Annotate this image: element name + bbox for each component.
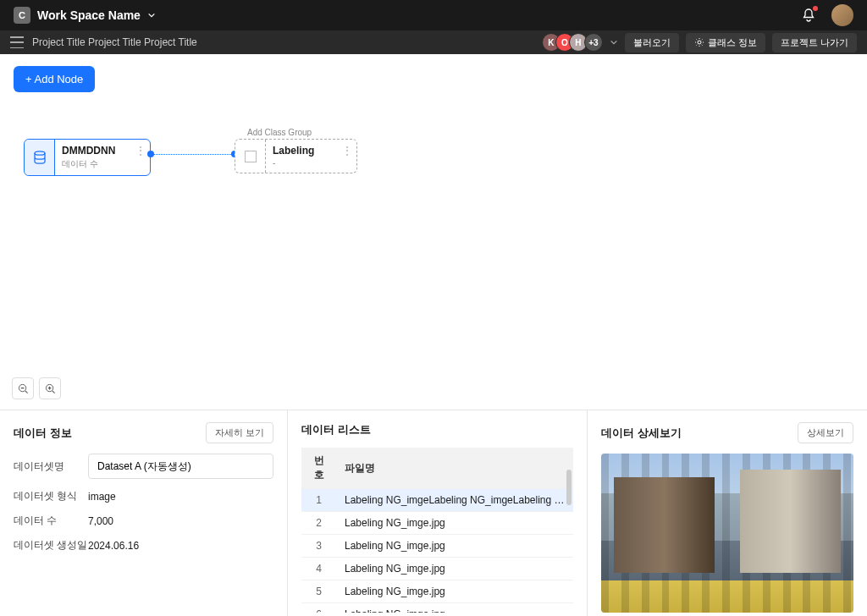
panel-title: 데이터 상세보기 [601,426,682,441]
table-row[interactable]: 4Labeling NG_imge.jpg [301,558,573,580]
project-title: Project Title Project Title Project Titl… [32,36,197,48]
data-info-panel: 데이터 정보 자세히 보기 데이터셋명 데이터셋 형식 image 데이터 수 … [0,410,288,616]
class-info-button[interactable]: 클래스 정보 [686,33,765,52]
row-file: Labeling NG_imge.jpg [336,512,573,535]
dataset-name-label: 데이터셋명 [14,459,88,474]
table-row[interactable]: 6Labeling NG_imge.jpg [301,603,573,613]
detail-button[interactable]: 자세히 보기 [206,422,273,443]
class-info-label: 클래스 정보 [708,36,757,49]
more-icon[interactable]: ⋮ [342,145,351,157]
more-icon[interactable]: ⋮ [135,145,145,157]
row-no: 2 [301,512,336,535]
menu-icon[interactable] [10,36,24,48]
data-count-label: 데이터 수 [14,514,88,528]
leave-project-button[interactable]: 프로젝트 나가기 [772,33,857,52]
created-date-label: 데이터셋 생성일 [14,538,88,553]
data-list-table: 번호 파일명 1Labeling NG_imgeLabeling NG_imge… [301,448,573,613]
preview-image[interactable] [601,454,853,613]
row-no: 6 [301,603,336,613]
workspace-name: Work Space Name [37,8,141,22]
collaborator-avatars[interactable]: K O H +3 [547,33,603,52]
notification-icon[interactable] [801,8,816,23]
chevron-down-icon[interactable] [610,38,618,47]
node-subtitle: - [273,158,350,168]
panel-title: 데이터 정보 [14,426,72,441]
detail-view-button[interactable]: 상세보기 [798,422,853,443]
dataset-name-input[interactable] [88,454,273,479]
table-row[interactable]: 3Labeling NG_imge.jpg [301,535,573,558]
table-row[interactable]: 1Labeling NG_imgeLabeling NG_imgeLabelin… [301,489,573,512]
zoom-in-button[interactable] [39,377,61,399]
table-row[interactable]: 2Labeling NG_imge.jpg [301,512,573,535]
data-list-panel: 데이터 리스트 번호 파일명 1Labeling NG_imgeLabeling… [288,410,588,616]
row-no: 5 [301,580,336,603]
workspace-selector[interactable]: C Work Space Name [14,7,156,24]
row-no: 1 [301,489,336,512]
row-no: 4 [301,558,336,580]
import-button[interactable]: 불러오기 [625,33,679,52]
dataset-type-value: image [88,491,273,503]
row-file: Labeling NG_imge.jpg [336,558,573,580]
col-file: 파일명 [336,448,573,489]
user-avatar[interactable] [831,4,853,26]
zoom-out-button[interactable] [12,377,34,399]
row-file: Labeling NG_imge.jpg [336,603,573,613]
avatar-more: +3 [584,33,603,52]
add-node-button[interactable]: + Add Node [14,66,95,92]
svg-point-0 [698,41,701,44]
row-file: Labeling NG_imgeLabeling NG_imgeLabeling… [336,489,573,512]
workspace-badge: C [14,7,30,24]
node-title: Labeling [273,145,350,157]
scrollbar[interactable] [566,470,572,505]
labeling-node[interactable]: Add Class Group Labeling - ⋮ [235,139,357,173]
created-date-value: 2024.06.16 [88,540,273,552]
top-bar: C Work Space Name [0,0,867,30]
database-icon [32,150,47,165]
row-no: 3 [301,535,336,558]
row-file: Labeling NG_imge.jpg [336,535,573,558]
node-connector [151,154,235,155]
gear-icon [694,37,704,47]
dataset-node[interactable]: DMMDDNN 데이터 수 ⋮ [24,139,151,176]
row-file: Labeling NG_imge.jpg [336,580,573,603]
canvas[interactable]: + Add Node DMMDDNN 데이터 수 ⋮ Add Class Gro… [0,54,867,410]
data-count-value: 7,000 [88,515,273,527]
table-row[interactable]: 5Labeling NG_imge.jpg [301,580,573,603]
bounding-box-icon [245,151,257,162]
node-title: DMMDDNN [62,145,143,157]
col-no: 번호 [301,448,336,489]
data-detail-panel: 데이터 상세보기 상세보기 [588,410,867,616]
project-bar: Project Title Project Title Project Titl… [0,30,867,54]
panel-title: 데이터 리스트 [301,422,371,437]
node-subtitle: 데이터 수 [62,158,143,170]
svg-point-1 [35,151,45,155]
dataset-type-label: 데이터셋 형식 [14,489,88,503]
group-label: Add Class Group [247,128,312,137]
chevron-down-icon [147,11,156,19]
